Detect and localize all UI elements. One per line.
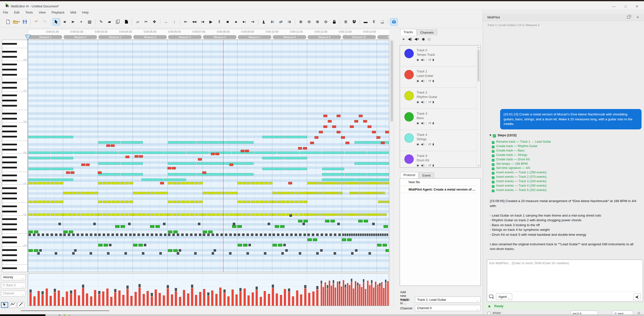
step-back-button[interactable]: |◀ — [199, 18, 206, 26]
velocity-bar[interactable] — [339, 284, 340, 306]
drum-note[interactable] — [283, 244, 286, 246]
drum-note[interactable] — [362, 234, 364, 236]
rhythm-guitar-note[interactable] — [164, 192, 168, 194]
strings-note[interactable] — [28, 168, 50, 170]
black-key[interactable] — [2, 51, 17, 52]
rhythm-guitar-note[interactable] — [72, 192, 76, 194]
quantize-button[interactable]: ≣ — [342, 18, 350, 26]
strings-note[interactable] — [98, 141, 120, 144]
rhythm-guitar-note[interactable] — [382, 200, 384, 203]
rhythm-guitar-note[interactable] — [358, 192, 360, 194]
velocity-bar[interactable] — [187, 294, 189, 306]
rhythm-guitar-note[interactable] — [374, 213, 376, 216]
track-audible-icon[interactable]: ◀) — [421, 79, 425, 82]
strings-note[interactable] — [121, 162, 143, 165]
rhythm-guitar-note[interactable] — [199, 182, 203, 184]
tab-protocol[interactable]: Protocol — [400, 172, 418, 178]
rhythm-guitar-note[interactable] — [255, 213, 259, 216]
black-key[interactable] — [2, 218, 17, 220]
float-panel-icon[interactable] — [627, 16, 630, 19]
lead-guitar-note[interactable] — [215, 153, 219, 155]
lead-guitar-note[interactable] — [350, 126, 354, 128]
select-right-button[interactable]: |▶ — [69, 18, 76, 26]
bass-note[interactable] — [168, 249, 172, 252]
drum-note[interactable] — [129, 234, 132, 236]
rhythm-guitar-note[interactable] — [350, 213, 351, 216]
rhythm-guitar-note[interactable] — [186, 213, 190, 216]
black-key[interactable] — [2, 126, 17, 127]
bass-note[interactable] — [275, 225, 279, 228]
rhythm-guitar-note[interactable] — [116, 182, 120, 184]
pause-button[interactable]: ‖ — [216, 18, 223, 26]
delete-track-icon[interactable]: ▮ — [432, 58, 434, 61]
bass-note[interactable] — [304, 220, 308, 222]
black-key[interactable] — [2, 113, 17, 114]
playhead-line[interactable] — [223, 40, 224, 272]
save-file-button[interactable] — [21, 18, 28, 26]
measure-pill[interactable]: Measure 6 — [203, 35, 236, 39]
velocity-bar[interactable] — [126, 289, 129, 306]
rhythm-guitar-note[interactable] — [142, 213, 146, 216]
rhythm-guitar-note[interactable] — [363, 213, 364, 216]
drum-note[interactable] — [74, 249, 76, 252]
metronome-button[interactable] — [260, 18, 268, 26]
rhythm-guitar-note[interactable] — [323, 192, 325, 194]
rhythm-guitar-note[interactable] — [133, 213, 137, 216]
rhythm-guitar-note[interactable] — [55, 200, 59, 203]
rhythm-guitar-note[interactable] — [164, 213, 168, 216]
velocity-bar[interactable] — [268, 294, 270, 306]
black-key[interactable] — [2, 69, 17, 70]
rhythm-guitar-note[interactable] — [98, 213, 102, 216]
rhythm-guitar-note[interactable] — [116, 213, 120, 216]
bass-note[interactable] — [377, 244, 382, 246]
velocity-bar[interactable] — [308, 293, 310, 306]
strings-note[interactable] — [262, 168, 284, 170]
rhythm-guitar-note[interactable] — [260, 200, 264, 203]
bass-note[interactable] — [358, 220, 363, 222]
measure-pill[interactable]: Measure 5 — [168, 35, 202, 39]
track-visible-icon[interactable]: ◉ — [417, 143, 420, 146]
drum-note[interactable] — [238, 234, 240, 236]
rhythm-guitar-note[interactable] — [125, 213, 129, 216]
rhythm-guitar-note[interactable] — [272, 213, 276, 216]
rhythm-guitar-note[interactable] — [385, 213, 387, 216]
velocity-freehand-tool[interactable] — [9, 302, 16, 308]
drum-note[interactable] — [299, 252, 301, 254]
drum-note[interactable] — [28, 234, 31, 236]
rhythm-guitar-note[interactable] — [216, 213, 220, 216]
bass-note[interactable] — [278, 244, 282, 246]
black-key[interactable] — [2, 82, 17, 84]
velocity-bar[interactable] — [82, 288, 84, 306]
strings-note[interactable] — [262, 136, 284, 138]
rhythm-guitar-note[interactable] — [238, 200, 242, 203]
black-key[interactable] — [2, 224, 17, 225]
strings-note[interactable] — [74, 152, 96, 154]
rhythm-guitar-note[interactable] — [385, 182, 387, 184]
velocity-bar[interactable] — [74, 290, 76, 306]
velocity-bar[interactable] — [38, 291, 40, 306]
drum-note[interactable] — [133, 234, 136, 236]
rhythm-guitar-note[interactable] — [387, 182, 389, 184]
lead-guitar-note[interactable] — [381, 142, 385, 144]
drum-note[interactable] — [98, 234, 101, 236]
open-file-button[interactable]: ▼ — [13, 18, 20, 26]
rhythm-guitar-note[interactable] — [310, 213, 312, 216]
black-key[interactable] — [2, 192, 17, 194]
velocity-bar[interactable] — [264, 291, 266, 306]
bass-note[interactable] — [133, 244, 138, 246]
rhythm-guitar-note[interactable] — [120, 182, 124, 184]
black-key[interactable] — [2, 156, 17, 158]
bass-note[interactable] — [173, 230, 178, 233]
black-key[interactable] — [2, 87, 17, 89]
rhythm-guitar-note[interactable] — [277, 192, 281, 194]
rename-track-icon[interactable]: тT — [428, 122, 432, 124]
black-key[interactable] — [2, 211, 17, 212]
scroll-down-icon[interactable]: ▼ — [477, 165, 480, 167]
strings-note[interactable] — [262, 157, 284, 159]
velocity-bar[interactable] — [66, 292, 68, 306]
velocity-bar[interactable] — [227, 296, 230, 306]
strings-note[interactable] — [168, 162, 196, 165]
rhythm-guitar-note[interactable] — [129, 200, 133, 203]
rhythm-guitar-note[interactable] — [76, 192, 80, 194]
rhythm-guitar-note[interactable] — [336, 213, 338, 216]
